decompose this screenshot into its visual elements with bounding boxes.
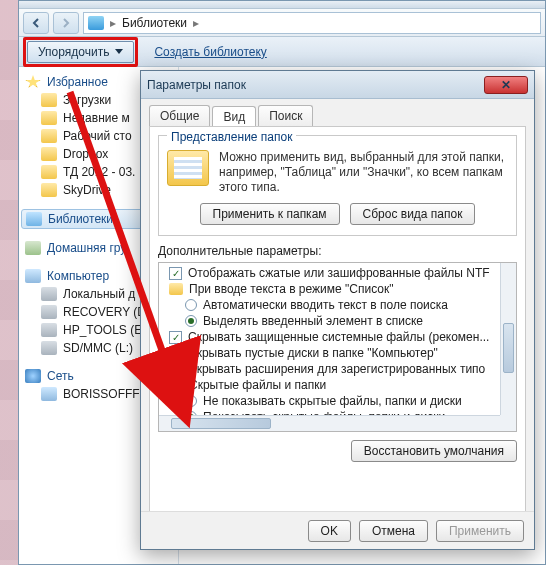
folder-icon: [169, 283, 183, 295]
horizontal-scrollbar[interactable]: [159, 415, 500, 431]
tree-row-encrypted[interactable]: ✓Отображать сжатые или зашифрованные фай…: [163, 265, 512, 281]
drive-icon: [41, 323, 57, 337]
folder-icon: [41, 183, 57, 197]
folder-options-dialog: Параметры папок ✕ Общие Вид Поиск Предст…: [140, 70, 535, 550]
tree-row-hide-protected[interactable]: ✓Скрывать защищенные системные файлы (ре…: [163, 329, 512, 345]
nav-forward-button[interactable]: [53, 12, 79, 34]
reset-folders-button[interactable]: Сброс вида папок: [350, 203, 476, 225]
folder-icon: [41, 129, 57, 143]
chevron-right-icon[interactable]: ▸: [193, 16, 199, 30]
chevron-down-icon: [115, 49, 123, 54]
folder-preview-icon: [167, 150, 209, 186]
radio-icon[interactable]: [185, 395, 197, 407]
scroll-thumb[interactable]: [171, 418, 271, 429]
advanced-label: Дополнительные параметры:: [158, 244, 517, 258]
apply-to-folders-button[interactable]: Применить к папкам: [200, 203, 340, 225]
breadcrumb[interactable]: ▸ Библиотеки ▸: [83, 12, 541, 34]
star-icon: [25, 75, 41, 89]
close-button[interactable]: ✕: [484, 76, 528, 94]
network-icon: [25, 369, 41, 383]
drive-icon: [41, 305, 57, 319]
tab-strip: Общие Вид Поиск: [141, 99, 534, 126]
dialog-title: Параметры папок: [147, 78, 246, 92]
libraries-icon: [88, 16, 104, 30]
dialog-body: Представление папок Можно применить вид,…: [149, 126, 526, 524]
vertical-scrollbar[interactable]: [500, 263, 516, 415]
create-library-link[interactable]: Создать библиотеку: [154, 45, 266, 59]
window-titlebar[interactable]: [19, 1, 545, 9]
dialog-footer: OK Отмена Применить: [141, 511, 534, 549]
chevron-right-icon[interactable]: ▸: [110, 16, 116, 30]
desktop-blur: [0, 0, 18, 565]
breadcrumb-location[interactable]: Библиотеки: [122, 16, 187, 30]
computer-icon: [41, 387, 57, 401]
radio-icon[interactable]: [185, 315, 197, 327]
tree-row-auto-type[interactable]: Автоматически вводить текст в поле поиск…: [163, 297, 512, 313]
scroll-thumb[interactable]: [503, 323, 514, 373]
tab-general[interactable]: Общие: [149, 105, 210, 126]
organize-label: Упорядочить: [38, 45, 109, 59]
checkbox-icon[interactable]: ✓: [169, 331, 182, 344]
folder-icon: [169, 379, 183, 391]
group-title: Представление папок: [167, 130, 296, 144]
organize-button[interactable]: Упорядочить: [27, 41, 134, 63]
checkbox-icon[interactable]: ✓: [169, 267, 182, 280]
checkbox-icon[interactable]: ✓: [169, 347, 182, 360]
tree-row-hidden-group[interactable]: Скрытые файлы и папки: [163, 377, 512, 393]
folder-icon: [41, 111, 57, 125]
advanced-settings-tree[interactable]: ✓Отображать сжатые или зашифрованные фай…: [158, 262, 517, 432]
scroll-corner: [500, 415, 516, 431]
close-icon: ✕: [501, 78, 511, 92]
folder-icon: [41, 93, 57, 107]
restore-defaults-button[interactable]: Восстановить умолчания: [351, 440, 517, 462]
folder-icon: [41, 147, 57, 161]
tree-row-hide-ext[interactable]: Скрывать расширения для зарегистрированн…: [163, 361, 512, 377]
drive-icon: [41, 341, 57, 355]
tree-row-dont-show-hidden[interactable]: Не показывать скрытые файлы, папки и дис…: [163, 393, 512, 409]
folder-icon: [41, 165, 57, 179]
cancel-button[interactable]: Отмена: [359, 520, 428, 542]
checkbox-icon[interactable]: [169, 363, 182, 376]
tree-row-hide-empty[interactable]: ✓Скрывать пустые диски в папке "Компьюте…: [163, 345, 512, 361]
radio-icon[interactable]: [185, 299, 197, 311]
command-bar: Упорядочить Создать библиотеку: [19, 37, 545, 67]
group-description: Можно применить вид, выбранный для этой …: [219, 150, 508, 195]
computer-icon: [25, 269, 41, 283]
drive-icon: [41, 287, 57, 301]
tree-row-typing[interactable]: При вводе текста в режиме "Список": [163, 281, 512, 297]
dialog-titlebar[interactable]: Параметры папок ✕: [141, 71, 534, 99]
tab-search[interactable]: Поиск: [258, 105, 313, 126]
libraries-icon: [26, 212, 42, 226]
highlight-box: Упорядочить: [23, 37, 138, 67]
nav-back-button[interactable]: [23, 12, 49, 34]
ok-button[interactable]: OK: [308, 520, 351, 542]
tree-row-select-typed[interactable]: Выделять введенный элемент в списке: [163, 313, 512, 329]
address-bar: ▸ Библиотеки ▸: [19, 9, 545, 37]
homegroup-icon: [25, 241, 41, 255]
folder-view-group: Представление папок Можно применить вид,…: [158, 135, 517, 236]
tab-view[interactable]: Вид: [212, 106, 256, 127]
apply-button[interactable]: Применить: [436, 520, 524, 542]
